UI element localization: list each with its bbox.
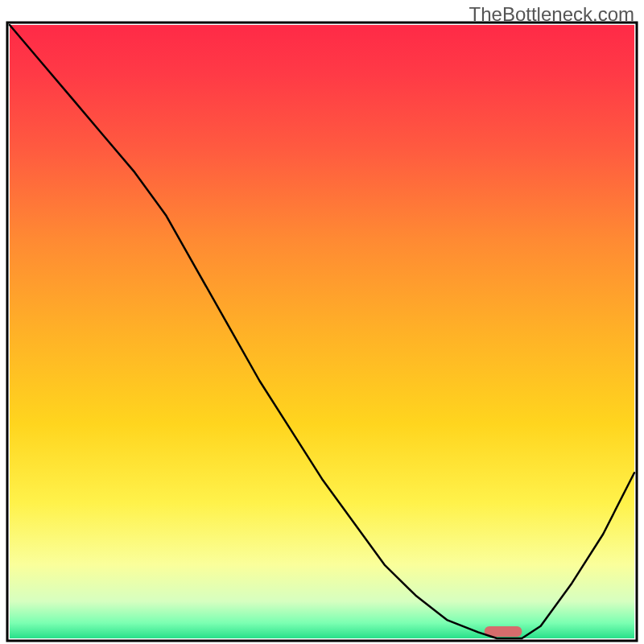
chart-container: TheBottleneck.com (0, 0, 644, 644)
plot-background (10, 25, 634, 638)
chart-svg (0, 0, 644, 644)
watermark-text: TheBottleneck.com (469, 3, 634, 26)
